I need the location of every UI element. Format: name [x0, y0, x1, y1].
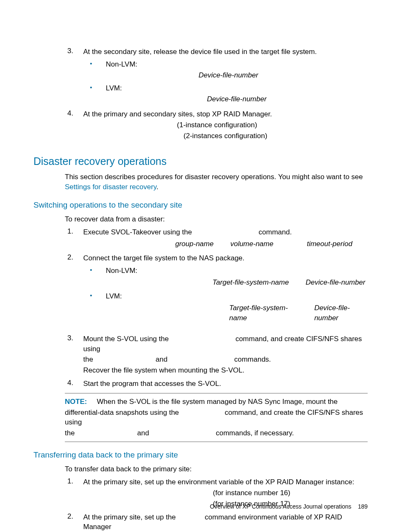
transfer-step-2-line1: At the primary site, set up the command …	[83, 512, 368, 532]
step-4-text: At the primary and secondary sites, stop…	[83, 109, 368, 119]
step-3-nonlvm-label: Non-LVM:	[106, 59, 368, 69]
transfer-intro: To transfer data back to the primary sit…	[65, 464, 368, 474]
switch-step-3-d: and	[156, 355, 167, 363]
note-f: commands, if necessary.	[216, 429, 294, 437]
step-3-nonlvm: Non-LVM: Device-file-number	[83, 59, 368, 81]
step-3-number: 3.	[65, 46, 83, 107]
switch-heading: Switching operations to the secondary si…	[33, 200, 368, 211]
note-label: NOTE:	[65, 398, 87, 406]
step-3-nonlvm-detail: Device-file-number	[89, 70, 368, 80]
transfer-step-2: 2. At the primary site, set up the comma…	[65, 511, 368, 532]
switch-step-2-text: Connect the target file system to the NA…	[83, 253, 368, 263]
step-3: 3. At the secondary site, release the de…	[65, 46, 368, 107]
switch-step-3-number: 3.	[65, 333, 83, 376]
note-b: differential-data snapshots using the	[65, 409, 179, 416]
note-e: and	[137, 429, 149, 437]
switch-step-1-params: group-name volume-name timeout-period	[175, 239, 368, 249]
switch-step-2-nonlvm-params: Target-file-system-name Device-file-numb…	[212, 278, 368, 288]
switch-step-2-lvm-p1: Target-file-system-name	[229, 303, 297, 323]
note-line3: the and commands, if necessary.	[65, 428, 368, 438]
switch-step-1-p2: volume-name	[230, 239, 274, 249]
switch-step-2-lvm-label: LVM:	[106, 291, 368, 301]
switch-step-2-lvm-params: Target-file-system-name Device-file-numb…	[229, 303, 368, 323]
switch-step-2-nonlvm-p1: Target-file-system-name	[212, 278, 289, 288]
note-line2: differential-data snapshots using the co…	[65, 408, 368, 428]
switch-step-3-line1: Mount the S-VOL using the command, and c…	[83, 334, 368, 354]
switch-step-3-line2: the and commands.	[83, 355, 368, 365]
switch-steps-list: 1. Execute SVOL-Takeover using the comma…	[65, 226, 368, 389]
switch-step-3-c: the	[83, 355, 93, 363]
note-block: NOTE: When the S-VOL is the file system …	[65, 393, 368, 442]
switch-step-4-number: 4.	[65, 378, 83, 390]
switch-step-2-lvm-p2: Device-file-number	[314, 303, 368, 323]
switch-step-4-text: Start the program that accesses the S-VO…	[83, 379, 368, 389]
switch-step-3-e: commands.	[234, 355, 271, 363]
switch-step-2-bullets: Non-LVM: Target-file-system-name Device-…	[83, 265, 368, 325]
note-a: When the S-VOL is the file system manage…	[97, 398, 338, 406]
switch-step-2-nonlvm-p2: Device-file-number	[306, 278, 366, 288]
disaster-intro: This section describes procedures for di…	[65, 172, 368, 192]
footer-text: Overview of XP Continuous Access Journal…	[210, 503, 351, 510]
step-4-detail-1: (1-instance configuration)	[66, 120, 368, 130]
switch-step-2-lvm: LVM: Target-file-system-name Device-file…	[83, 290, 368, 324]
step-3-lvm: LVM: Device-file-number	[83, 82, 368, 105]
step-3-text: At the secondary site, release the devic…	[83, 47, 368, 57]
switch-step-1-line: Execute SVOL-Takeover using the command.	[83, 227, 368, 237]
switch-step-1-b: command.	[258, 228, 292, 236]
switch-step-2: 2. Connect the target file system to the…	[65, 252, 368, 326]
switch-step-1-number: 1.	[65, 226, 83, 251]
switch-step-3: 3. Mount the S-VOL using the command, an…	[65, 333, 368, 376]
switch-step-1-p3: timeout-period	[307, 239, 353, 249]
note-d: the	[65, 429, 75, 437]
switch-step-1: 1. Execute SVOL-Takeover using the comma…	[65, 226, 368, 251]
step-3-lvm-detail: Device-file-number	[106, 94, 368, 104]
transfer-step-1-text: At the primary site, set up the environm…	[83, 477, 368, 487]
disaster-heading: Disaster recovery operations	[33, 154, 368, 169]
step-4-detail-2: (2-instances configuration)	[83, 131, 368, 141]
transfer-heading: Transferring data back to the primary si…	[33, 450, 368, 461]
transfer-step-2-number: 2.	[65, 511, 83, 532]
switch-step-3-f: Recover the file system when mounting th…	[83, 365, 368, 375]
disaster-intro-a: This section describes procedures for di…	[65, 173, 363, 181]
prior-steps-list: 3. At the secondary site, release the de…	[65, 46, 368, 141]
switch-step-2-nonlvm: Non-LVM: Target-file-system-name Device-…	[83, 265, 368, 289]
switch-step-1-a: Execute SVOL-Takeover using the	[83, 228, 192, 236]
switch-step-2-nonlvm-label: Non-LVM:	[106, 266, 368, 276]
transfer-step-1-number: 1.	[65, 476, 83, 509]
switch-step-3-a: Mount the S-VOL using the	[83, 335, 169, 343]
switch-step-4: 4. Start the program that accesses the S…	[65, 378, 368, 390]
switch-step-2-number: 2.	[65, 252, 83, 326]
page-footer: Overview of XP Continuous Access Journal…	[210, 503, 368, 511]
transfer-step-1-d1: (for instance number 16)	[213, 488, 368, 498]
step-3-bullets: Non-LVM: Device-file-number LVM: Device-…	[83, 59, 368, 105]
transfer-step-2-a: At the primary site, set up the	[83, 513, 176, 521]
switch-step-1-p1: group-name	[175, 239, 214, 249]
footer-page: 189	[358, 503, 368, 510]
disaster-intro-b: .	[156, 183, 159, 191]
step-4: 4. At the primary and secondary sites, s…	[65, 108, 368, 141]
switch-intro: To recover data from a disaster:	[65, 214, 368, 224]
disaster-intro-link[interactable]: Settings for disaster recovery	[65, 183, 156, 191]
step-3-lvm-label: LVM:	[106, 83, 368, 93]
note-line1: NOTE: When the S-VOL is the file system …	[65, 397, 368, 407]
